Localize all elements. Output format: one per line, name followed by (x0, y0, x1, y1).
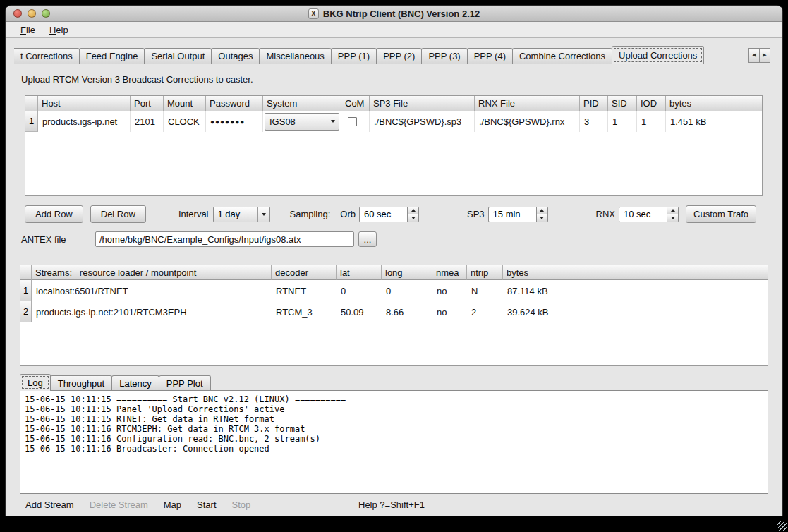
antex-browse-button[interactable]: ... (358, 231, 377, 247)
arrow-left-icon: ◀ (752, 52, 756, 58)
col-header-mountpoint: Streams: resource loader / mountpoint (32, 265, 272, 280)
system-combobox[interactable]: IGS08 (265, 113, 339, 131)
tab-scroll-arrows: ◀ ▶ (749, 48, 770, 63)
tab-ppp-4[interactable]: PPP (4) (467, 48, 513, 64)
spin-down-icon[interactable] (537, 214, 547, 222)
title-bar[interactable]: X BKG Ntrip Client (BNC) Version 2.12 (6, 6, 782, 22)
tab-miscellaneous[interactable]: Miscellaneous (259, 48, 331, 64)
tab-ppp-3[interactable]: PPP (3) (421, 48, 467, 64)
stream-row[interactable]: 2 products.igs-ip.net:2101/RTCM3EPH RTCM… (20, 301, 768, 322)
row-number: 2 (20, 301, 32, 322)
tab-feed-engine[interactable]: Feed Engine (79, 48, 145, 64)
tab-ppp-1[interactable]: PPP (1) (331, 48, 377, 64)
tab-log[interactable]: Log (20, 374, 51, 391)
delete-stream-button: Delete Stream (90, 500, 148, 510)
tab-throughput[interactable]: Throughput (50, 375, 113, 390)
tab-outages[interactable]: Outages (211, 48, 260, 64)
decoder-cell: RTNET (272, 280, 337, 301)
spinbox-buttons (536, 207, 547, 222)
col-header-bytes: bytes (666, 96, 762, 111)
antex-row: ANTEX file ... (21, 231, 763, 247)
main-area: t Corrections Feed Engine Serial Output … (6, 38, 782, 516)
help-shortcut-label: Help ?=Shift+F1 (358, 500, 425, 510)
log-output-area[interactable]: 15-06-15 10:11:15 ========== Start BNC v… (20, 390, 768, 494)
del-row-button[interactable]: Del Row (90, 205, 146, 223)
col-header-password: Password (206, 96, 263, 111)
col-header-long: long (382, 265, 432, 280)
tab-combine-corrections[interactable]: Combine Corrections (512, 48, 612, 64)
system-cell: IGS08 (263, 111, 341, 132)
sp3-file-cell[interactable]: ./BNC${GPSWD}.sp3 (370, 111, 475, 132)
upload-table-header: Host Port Mount Password System CoM SP3 … (25, 96, 762, 111)
bytes-cell: 1.451 kB (666, 111, 762, 132)
add-row-button[interactable]: Add Row (25, 205, 83, 223)
bytes-cell: 87.114 kB (503, 280, 768, 301)
config-tab-bar: t Corrections Feed Engine Serial Output … (14, 45, 770, 64)
spin-down-icon[interactable] (667, 214, 678, 222)
zoom-window-button[interactable] (42, 9, 50, 18)
tab-ppp-plot[interactable]: PPP Plot (159, 375, 211, 390)
add-stream-button[interactable]: Add Stream (25, 500, 74, 510)
tab-serial-output[interactable]: Serial Output (144, 48, 212, 64)
decoder-cell: RTCM_3 (272, 301, 337, 322)
col-header-host: Host (38, 96, 131, 111)
close-window-button[interactable] (13, 9, 22, 18)
tab-broadcast-corrections[interactable]: t Corrections (14, 48, 80, 64)
row-number: 1 (25, 111, 38, 132)
streams-table-header: Streams: resource loader / mountpoint de… (20, 265, 768, 280)
upload-table: Host Port Mount Password System CoM SP3 … (25, 95, 763, 196)
tab-ppp-2[interactable]: PPP (2) (376, 48, 422, 64)
upload-controls-row: Add Row Del Row Interval 1 day Sampling:… (25, 205, 763, 223)
sid-cell[interactable]: 1 (608, 111, 637, 132)
sampling-label: Sampling: (290, 209, 331, 219)
orb-spinbox[interactable]: 60 sec (359, 207, 419, 222)
rnx-spinbox-value: 10 sec (619, 207, 667, 222)
mount-cell[interactable]: CLOCK (164, 111, 206, 132)
ntrip-cell: 2 (467, 301, 503, 322)
combobox-dropdown-icon (327, 114, 339, 130)
col-header-ntrip: ntrip (467, 265, 503, 280)
spinbox-buttons (407, 207, 418, 222)
map-button[interactable]: Map (164, 500, 181, 510)
col-header-decoder: decoder (272, 265, 337, 280)
lat-cell: 50.09 (337, 301, 382, 322)
iod-cell[interactable]: 1 (637, 111, 666, 132)
sp3-spinbox[interactable]: 15 min (488, 207, 548, 222)
menu-file[interactable]: File (14, 23, 42, 37)
custom-trafo-button[interactable]: Custom Trafo (686, 205, 756, 223)
window-controls (13, 9, 50, 18)
scroll-tabs-left-button[interactable]: ◀ (748, 48, 760, 63)
col-header-iod: IOD (637, 96, 666, 111)
stream-row[interactable]: 1 localhost:6501/RTNET RTNET 0 0 no N 87… (20, 280, 768, 301)
host-cell[interactable]: products.igs-ip.net (38, 111, 131, 132)
antex-file-input[interactable] (95, 231, 354, 247)
tab-upload-corrections[interactable]: Upload Corrections (612, 46, 704, 64)
pid-cell[interactable]: 3 (580, 111, 608, 132)
tab-latency[interactable]: Latency (111, 375, 159, 390)
combobox-dropdown-icon (257, 207, 269, 222)
streams-table: Streams: resource loader / mountpoint de… (20, 265, 768, 365)
rnx-file-cell[interactable]: ./BNC${GPSWD}.rnx (475, 111, 580, 132)
log-line: 15-06-15 10:11:16 Configuration read: BN… (25, 434, 763, 444)
menu-help[interactable]: Help (43, 23, 75, 37)
spin-up-icon[interactable] (537, 207, 547, 215)
col-header-sp3-file: SP3 File (370, 96, 475, 111)
interval-combobox-value: 1 day (214, 209, 257, 219)
spin-down-icon[interactable] (408, 214, 418, 222)
minimize-window-button[interactable] (28, 9, 36, 18)
interval-combobox[interactable]: 1 day (213, 207, 270, 222)
password-cell[interactable]: ●●●●●●● (206, 111, 263, 132)
port-cell[interactable]: 2101 (131, 111, 164, 132)
com-cell (341, 111, 370, 132)
spin-up-icon[interactable] (408, 207, 418, 215)
resize-grip[interactable] (777, 521, 787, 531)
rnx-spinbox[interactable]: 10 sec (619, 207, 679, 222)
start-button[interactable]: Start (197, 500, 216, 510)
com-checkbox[interactable] (348, 117, 357, 126)
col-header-bytes: bytes (503, 265, 768, 280)
spin-up-icon[interactable] (667, 207, 678, 215)
sp3-label: SP3 (467, 209, 485, 219)
scroll-tabs-right-button[interactable]: ▶ (759, 48, 770, 63)
col-header-port: Port (131, 96, 164, 111)
ntrip-cell: N (467, 280, 503, 301)
